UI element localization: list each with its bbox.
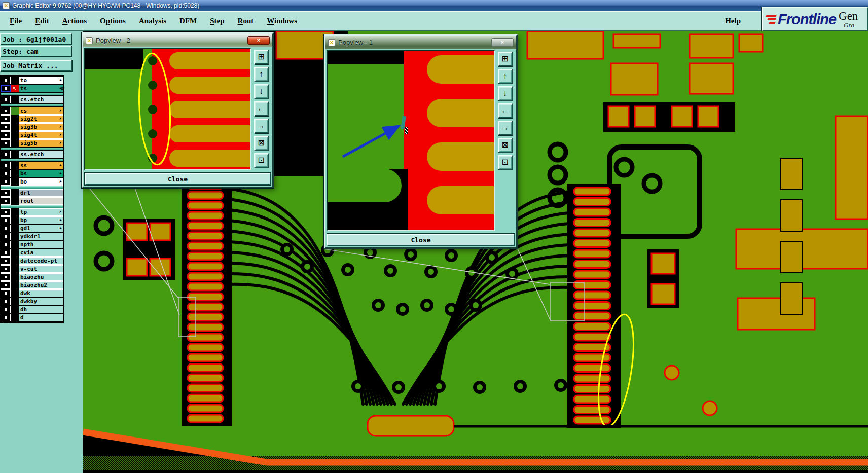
menu-help[interactable]: Help (718, 15, 747, 27)
layer-visibility-checkbox[interactable] (1, 178, 11, 186)
layer-name[interactable]: sig3b➤ (19, 123, 63, 131)
layer-color-swatch[interactable] (11, 178, 19, 186)
layer-visibility-checkbox[interactable] (1, 123, 11, 131)
layer-name[interactable]: biaozhu2 (19, 281, 63, 289)
popview-2-viewport[interactable] (84, 48, 251, 170)
layer-name[interactable]: sig2t➤ (19, 115, 63, 123)
layer-visibility-checkbox[interactable] (1, 107, 11, 115)
layer-context-arrow-icon[interactable]: ➤ (57, 179, 63, 185)
layer-visibility-checkbox[interactable] (1, 306, 11, 313)
layer-name[interactable]: rout (19, 197, 63, 205)
layer-name[interactable]: datecode-pt (19, 257, 63, 265)
layer-visibility-checkbox[interactable] (1, 139, 11, 147)
layer-name[interactable]: npth (19, 241, 63, 248)
layer-context-arrow-icon[interactable]: ➤ (57, 132, 63, 138)
layer-context-arrow-icon[interactable]: ➤ (57, 217, 63, 223)
layer-color-swatch[interactable] (11, 306, 19, 313)
pan-right-icon[interactable]: → (254, 119, 269, 133)
layer-visibility-checkbox[interactable] (1, 249, 11, 257)
menu-options[interactable]: Options (93, 15, 132, 27)
layer-name[interactable]: ss.etch (19, 151, 63, 158)
menu-step[interactable]: Step (203, 15, 231, 27)
layer-name[interactable]: sig4t➤ (19, 131, 63, 139)
popview-1-viewport[interactable] (327, 50, 495, 231)
job-matrix-button[interactable]: Job Matrix ... (0, 60, 72, 71)
layer-color-swatch[interactable] (11, 257, 19, 265)
popview-1-titlebar[interactable]: ✕ Popview - 1 × (326, 36, 516, 49)
layer-context-arrow-icon[interactable]: ➤ (57, 78, 63, 83)
layer-visibility-checkbox[interactable] (1, 162, 11, 169)
layer-name[interactable]: bo➤ (19, 178, 63, 186)
layer-color-swatch[interactable] (11, 96, 19, 103)
menu-dfm[interactable]: DFM (173, 15, 203, 27)
layer-visibility-checkbox[interactable] (1, 115, 11, 123)
layer-color-swatch[interactable] (11, 151, 19, 158)
layer-visibility-checkbox[interactable] (1, 241, 11, 248)
pan-up-icon[interactable]: ↑ (498, 69, 513, 84)
menu-file[interactable]: File (3, 15, 28, 27)
layer-visibility-checkbox[interactable] (1, 170, 11, 177)
layer-color-swatch[interactable] (11, 107, 19, 115)
popview-2-close-bar-button[interactable]: Close (85, 173, 271, 185)
layer-visibility-checkbox[interactable] (1, 85, 11, 92)
layer-name[interactable]: biaozhu (19, 273, 63, 281)
layer-color-swatch[interactable] (11, 115, 19, 123)
duplicate-view-icon[interactable]: ⊞ (254, 50, 269, 64)
layer-context-arrow-icon[interactable]: ➤ (57, 163, 63, 168)
layer-color-swatch[interactable] (11, 139, 19, 147)
pan-left-icon[interactable]: ← (498, 103, 513, 118)
layer-visibility-checkbox[interactable] (1, 208, 11, 216)
layer-visibility-checkbox[interactable] (1, 281, 11, 289)
layer-color-swatch[interactable] (11, 241, 19, 248)
layer-color-swatch[interactable] (11, 265, 19, 273)
popview-1-close-button[interactable]: × (491, 38, 514, 47)
menu-windows[interactable]: Windows (260, 15, 304, 27)
layer-color-swatch[interactable] (11, 208, 19, 216)
layer-name[interactable]: ts➤⊞ (19, 85, 63, 92)
layer-visibility-checkbox[interactable] (1, 257, 11, 265)
layer-visibility-checkbox[interactable] (1, 298, 11, 305)
layer-visibility-checkbox[interactable] (1, 216, 11, 224)
layer-context-arrow-icon[interactable]: ➤ (57, 124, 63, 130)
pan-up-icon[interactable]: ↑ (254, 67, 269, 82)
layer-name[interactable]: cvia (19, 249, 63, 257)
layer-name[interactable]: cs.etch (19, 96, 63, 103)
layer-color-swatch[interactable] (11, 273, 19, 281)
layer-visibility-checkbox[interactable] (1, 77, 11, 84)
zoom-fit-icon[interactable]: ⊠ (254, 136, 269, 151)
menu-rout[interactable]: Rout (231, 15, 261, 27)
layer-name[interactable]: sig5b➤ (19, 139, 63, 147)
layer-name[interactable]: drl (19, 189, 63, 197)
layer-context-arrow-icon[interactable]: ➤ (57, 116, 63, 122)
layer-color-swatch[interactable] (11, 162, 19, 169)
layer-color-swatch[interactable] (11, 131, 19, 139)
layer-context-arrow-icon[interactable]: ➤ (57, 108, 63, 114)
layer-color-swatch[interactable] (11, 314, 19, 321)
layer-name[interactable]: dh (19, 306, 63, 313)
layer-color-swatch[interactable] (11, 216, 19, 224)
layer-visibility-checkbox[interactable] (1, 197, 11, 205)
menu-edit[interactable]: Edit (28, 15, 56, 27)
pan-down-icon[interactable]: ↓ (498, 86, 513, 101)
layer-name[interactable]: d (19, 314, 63, 321)
layer-visibility-checkbox[interactable] (1, 131, 11, 139)
popview-2-close-button[interactable]: × (247, 36, 270, 45)
layer-visibility-checkbox[interactable] (1, 225, 11, 232)
layer-visibility-checkbox[interactable] (1, 265, 11, 273)
layer-name[interactable]: dwkby (19, 298, 63, 305)
window-titlebar[interactable]: ✕ Graphic Editor 9.0762 (00@HY-HYCAM-PC1… (0, 0, 868, 11)
zoom-fit-icon[interactable]: ⊠ (498, 138, 513, 153)
layer-name[interactable]: tp➤ (19, 208, 63, 216)
layer-color-swatch[interactable] (11, 170, 19, 177)
pan-down-icon[interactable]: ↓ (254, 84, 269, 99)
layer-name[interactable]: ydkdr1 (19, 233, 63, 240)
pan-left-icon[interactable]: ← (254, 101, 269, 116)
layer-color-swatch[interactable] (11, 77, 19, 84)
layer-context-arrow-icon[interactable]: ➤ (57, 226, 63, 231)
center-view-icon[interactable]: ⊡ (254, 153, 269, 168)
layer-color-swatch[interactable] (11, 281, 19, 289)
layer-visibility-checkbox[interactable] (1, 314, 11, 321)
work-layer-icon[interactable]: ↖ (11, 85, 19, 92)
layer-color-swatch[interactable] (11, 233, 19, 240)
center-view-icon[interactable]: ⊡ (498, 155, 513, 170)
